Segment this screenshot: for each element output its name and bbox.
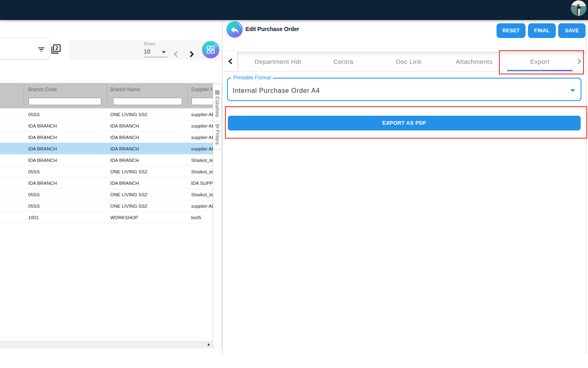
svg-text:2: 2 [56,45,58,51]
